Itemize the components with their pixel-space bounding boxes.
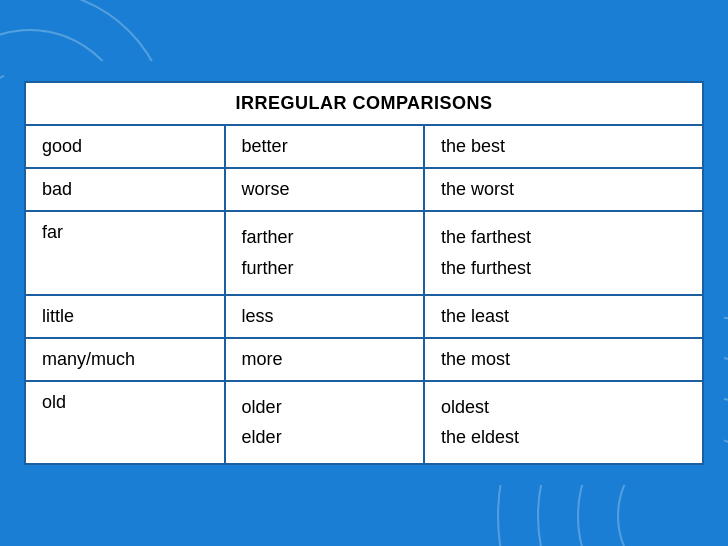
cell-base-3: little	[25, 295, 225, 338]
cell-base-0: good	[25, 125, 225, 168]
table-row: badworsethe worst	[25, 168, 703, 211]
table-row: oldolderelderoldestthe eldest	[25, 381, 703, 464]
cell-superlative-5: oldestthe eldest	[424, 381, 703, 464]
table-row: farfartherfurtherthe farthestthe furthes…	[25, 211, 703, 294]
cell-superlative-2: the farthestthe furthest	[424, 211, 703, 294]
cell-superlative-0: the best	[424, 125, 703, 168]
cell-comparative-1: worse	[225, 168, 424, 211]
cell-superlative-4: the most	[424, 338, 703, 381]
cell-comparative-0: better	[225, 125, 424, 168]
cell-comparative-4: more	[225, 338, 424, 381]
cell-superlative-3: the least	[424, 295, 703, 338]
cell-base-5: old	[25, 381, 225, 464]
cell-comparative-2: fartherfurther	[225, 211, 424, 294]
cell-superlative-1: the worst	[424, 168, 703, 211]
cell-comparative-3: less	[225, 295, 424, 338]
table-row: many/muchmorethe most	[25, 338, 703, 381]
cell-comparative-5: olderelder	[225, 381, 424, 464]
cell-base-1: bad	[25, 168, 225, 211]
table-title: IRREGULAR COMPARISONS	[25, 82, 703, 125]
table-wrapper: IRREGULAR COMPARISONS goodbetterthe best…	[4, 61, 724, 484]
table-row: littlelessthe least	[25, 295, 703, 338]
cell-base-2: far	[25, 211, 225, 294]
cell-base-4: many/much	[25, 338, 225, 381]
table-row: goodbetterthe best	[25, 125, 703, 168]
irregular-comparisons-table: IRREGULAR COMPARISONS goodbetterthe best…	[24, 81, 704, 464]
